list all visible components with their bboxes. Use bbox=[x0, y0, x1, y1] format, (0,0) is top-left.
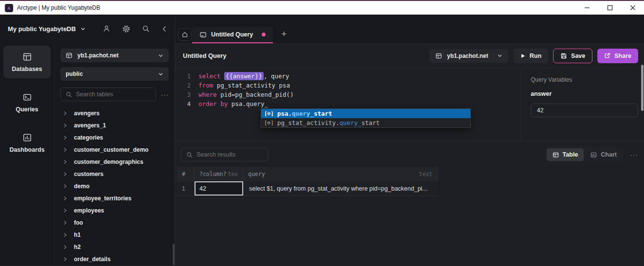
account-icon[interactable] bbox=[103, 25, 110, 33]
dashboards-icon bbox=[22, 133, 32, 142]
chevron-right-icon bbox=[63, 232, 68, 237]
chevron-right-icon bbox=[63, 123, 68, 128]
table-item[interactable]: h1 bbox=[60, 229, 169, 241]
table-view-button[interactable]: Table bbox=[547, 148, 584, 161]
main-scrollbar-thumb[interactable] bbox=[641, 65, 644, 111]
settings-gear-icon[interactable] bbox=[122, 25, 130, 33]
play-icon bbox=[520, 53, 526, 59]
share-button[interactable]: Share bbox=[597, 49, 638, 63]
row-index-cell: 1 bbox=[177, 181, 195, 195]
connection-dropdown[interactable]: yb1.pachot.net bbox=[60, 49, 169, 62]
connection-name: yb1.pachot.net bbox=[77, 52, 119, 59]
chevron-right-icon bbox=[63, 172, 68, 177]
table-icon bbox=[435, 53, 442, 59]
table-item[interactable]: customer_customer_demo bbox=[60, 143, 169, 156]
table-item[interactable]: employee_territories bbox=[60, 192, 169, 204]
save-label: Save bbox=[571, 53, 585, 59]
line-number: 1 bbox=[175, 73, 191, 80]
table-item-label: h2 bbox=[74, 244, 81, 250]
tables-more-button[interactable]: ··· bbox=[161, 91, 169, 98]
view-toggle: Table Chart bbox=[546, 147, 624, 162]
table-item-label: order_details bbox=[74, 256, 110, 263]
sidebar: My public YugabyteDB bbox=[0, 15, 175, 265]
table-browser: yb1.pachot.net public bbox=[54, 43, 175, 265]
code-text: order by psa.query_ bbox=[191, 100, 268, 107]
field-icon: [⊖] bbox=[264, 110, 274, 117]
column-header-query[interactable]: query text bbox=[243, 167, 438, 181]
table-item-label: customer_customer_demo bbox=[74, 146, 148, 153]
nav-item-queries[interactable]: Queries bbox=[3, 86, 51, 119]
code-line[interactable]: 3where pid=pg_backend_pid() bbox=[175, 90, 520, 99]
code-text: where pid=pg_backend_pid() bbox=[191, 91, 294, 98]
save-icon bbox=[560, 53, 567, 59]
code-text: select {{answer}}, query bbox=[191, 72, 289, 80]
schema-name: public bbox=[66, 71, 83, 77]
table-item[interactable]: customer_demographics bbox=[60, 156, 169, 168]
table-item[interactable]: avengers_1 bbox=[60, 119, 169, 131]
chevron-down-icon bbox=[158, 71, 163, 77]
column-header-index[interactable]: # bbox=[177, 167, 195, 181]
maximize-button[interactable] bbox=[598, 1, 621, 15]
workspace-switcher[interactable]: My public YugabyteDB bbox=[8, 25, 86, 33]
autocomplete-item[interactable]: [⊖] pg_stat_activity.query_start bbox=[261, 118, 470, 127]
code-line[interactable]: 4order by psa.query_ bbox=[175, 99, 520, 108]
results-more-button[interactable]: ··· bbox=[630, 151, 638, 159]
query-connection-name: yb1.pachot.net bbox=[447, 53, 488, 59]
variable-value-input[interactable] bbox=[531, 104, 638, 117]
code-line[interactable]: 2from pg_stat_activity psa bbox=[175, 81, 520, 90]
table-item[interactable]: customers bbox=[60, 168, 169, 180]
table-icon bbox=[553, 152, 559, 158]
nav-item-dashboards[interactable]: Dashboards bbox=[3, 126, 51, 159]
sidebar-scrollbar[interactable] bbox=[173, 244, 175, 265]
code-line[interactable]: 1select {{answer}}, query bbox=[175, 71, 520, 81]
search-results-field[interactable] bbox=[181, 148, 268, 161]
close-button[interactable] bbox=[621, 1, 644, 15]
autocomplete-item[interactable]: [⊖] psa.query_start bbox=[261, 109, 470, 118]
chevron-right-icon bbox=[63, 196, 68, 201]
autocomplete-text: psa.query_start bbox=[277, 110, 332, 117]
schema-dropdown[interactable]: public bbox=[60, 67, 169, 81]
search-tables-field[interactable] bbox=[60, 88, 156, 101]
query-connection-dropdown[interactable]: yb1.pachot.net bbox=[429, 49, 508, 63]
query-variables-title: Query Variables bbox=[531, 76, 636, 83]
table-item-label: h1 bbox=[74, 231, 81, 238]
table-item-label: employees bbox=[74, 207, 104, 214]
table-item[interactable]: categories bbox=[60, 131, 169, 143]
result-row: 1 42 select $1, query from pg_stat_activ… bbox=[177, 181, 438, 196]
home-tab-button[interactable] bbox=[178, 28, 192, 41]
query-variables-panel: Query Variables answer bbox=[520, 68, 644, 141]
add-tab-button[interactable]: + bbox=[281, 29, 286, 38]
collapse-sidebar-icon[interactable] bbox=[161, 26, 167, 32]
variable-name: answer bbox=[531, 90, 636, 97]
selected-cell[interactable]: 42 bbox=[195, 181, 243, 195]
chevron-right-icon bbox=[63, 245, 68, 249]
query-cell[interactable]: select $1, query from pg_stat_activity w… bbox=[243, 181, 438, 195]
column-header-column[interactable]: ?column? tex bbox=[195, 167, 243, 181]
table-item[interactable]: h2 bbox=[60, 241, 169, 253]
chart-icon bbox=[590, 152, 597, 158]
nav-item-databases[interactable]: Databases bbox=[3, 46, 51, 78]
table-item-label: foo bbox=[74, 219, 83, 226]
table-item[interactable]: employees bbox=[60, 204, 169, 216]
nav-item-label: Queries bbox=[16, 106, 38, 113]
run-button[interactable]: Run bbox=[513, 49, 548, 63]
line-number: 4 bbox=[175, 101, 191, 107]
table-item[interactable]: avengers bbox=[60, 107, 169, 119]
chevron-right-icon bbox=[63, 184, 68, 189]
chart-view-button[interactable]: Chart bbox=[585, 148, 623, 161]
query-title: Untitled Query bbox=[183, 52, 227, 59]
minimize-button[interactable] bbox=[575, 1, 598, 15]
autocomplete-text: pg_stat_activity.query_start bbox=[277, 119, 380, 126]
search-tables-input[interactable] bbox=[76, 91, 151, 98]
nav-item-label: Databases bbox=[12, 66, 42, 72]
table-item[interactable]: demo bbox=[60, 180, 169, 192]
table-view-label: Table bbox=[563, 151, 578, 158]
tab-untitled-query[interactable]: Untitled Query bbox=[192, 27, 273, 43]
table-item[interactable]: order_details bbox=[60, 253, 169, 265]
search-results-input[interactable] bbox=[197, 151, 263, 158]
search-icon[interactable] bbox=[142, 25, 150, 33]
sql-editor[interactable]: 1select {{answer}}, query2from pg_stat_a… bbox=[175, 68, 520, 141]
table-item[interactable]: foo bbox=[60, 216, 169, 229]
results-table: # ?column? tex query text 1 42 select $1… bbox=[177, 167, 438, 196]
save-button[interactable]: Save bbox=[553, 49, 592, 63]
